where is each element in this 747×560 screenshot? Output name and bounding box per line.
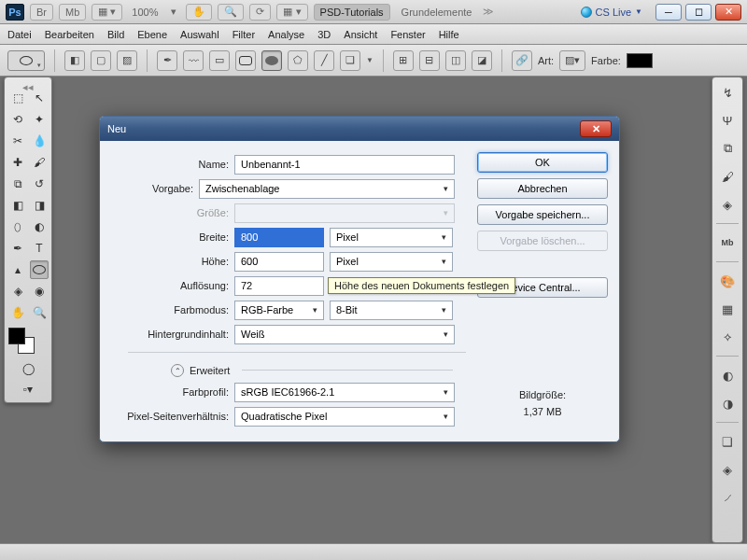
menu-ebene[interactable]: Ebene — [137, 29, 167, 40]
view-rotate-button[interactable]: ⟳ — [249, 4, 271, 21]
color-swatch[interactable] — [627, 53, 653, 68]
dialog-title-bar[interactable]: Neu ✕ — [100, 117, 619, 141]
farbmodus-combo[interactable]: RGB-Farbe — [234, 301, 324, 320]
menu-3d[interactable]: 3D — [317, 29, 331, 40]
style-picker[interactable]: ▨▾ — [559, 50, 585, 71]
window-close[interactable]: ✕ — [715, 4, 741, 21]
tool-eraser[interactable]: ◧ — [8, 196, 27, 215]
tool-hand[interactable]: ✋ — [8, 303, 27, 322]
panel-minibridge[interactable]: Mb — [716, 231, 739, 254]
tool-move[interactable]: ↖ — [30, 89, 49, 107]
farbtiefe-combo[interactable]: 8-Bit — [330, 301, 453, 320]
panel-color[interactable]: 🎨 — [716, 270, 739, 292]
minibridge-button[interactable]: Mb — [59, 4, 86, 21]
tool-preset-picker[interactable] — [7, 50, 45, 71]
arrange-button[interactable]: ▦ ▾ — [276, 4, 307, 21]
tool-dodge[interactable]: ◐ — [30, 217, 49, 236]
tool-shape-ellipse[interactable] — [30, 260, 49, 279]
shape-rect[interactable]: ▭ — [209, 50, 230, 71]
panel-clone[interactable]: ⧉ — [716, 137, 739, 160]
view-zoom-button[interactable]: 🔍 — [218, 4, 244, 21]
ok-button[interactable]: OK — [477, 152, 608, 173]
workspace-more[interactable]: ≫ — [483, 6, 494, 18]
hintergrund-combo[interactable]: Weiß — [234, 325, 455, 344]
style-link[interactable]: 🔗 — [512, 50, 532, 71]
tool-eyedropper[interactable]: 💧 — [30, 132, 49, 150]
shape-layers-mode[interactable]: ◧ — [64, 50, 85, 71]
breite-input[interactable] — [234, 228, 324, 247]
tool-3d[interactable]: ◈ — [8, 282, 27, 301]
panel-swatches[interactable]: ▦ — [716, 298, 739, 320]
panel-3d[interactable]: ◈ — [716, 193, 739, 216]
tool-type[interactable]: T — [30, 239, 49, 258]
tool-marquee[interactable]: ⬚ — [8, 89, 27, 107]
paths-mode[interactable]: ▢ — [91, 50, 111, 71]
shape-polygon[interactable]: ⬠ — [288, 50, 308, 71]
hoehe-input[interactable] — [234, 252, 324, 272]
tool-gradient[interactable]: ◨ — [30, 196, 49, 215]
menu-filter[interactable]: Filter — [233, 29, 255, 40]
tool-path-select[interactable]: ▴ — [8, 260, 27, 279]
screen-mode-toggle[interactable]: ▫▾ — [19, 380, 37, 399]
bridge-button[interactable]: Br — [30, 4, 53, 21]
window-maximize[interactable]: ◻ — [685, 4, 712, 21]
menu-auswahl[interactable]: Auswahl — [180, 29, 219, 40]
color-swatches[interactable] — [8, 328, 40, 356]
shape-custom[interactable]: ❏ — [340, 50, 360, 71]
path-intersect[interactable]: ◫ — [445, 50, 466, 71]
tool-brush[interactable]: 🖌 — [30, 153, 49, 172]
panel-brush-presets[interactable]: 🖌 — [716, 165, 739, 188]
shape-options-dropdown[interactable]: ▼ — [366, 56, 374, 64]
screen-mode-button[interactable]: ▦ ▾ — [92, 4, 122, 21]
cs-live-button[interactable]: CS Live ▼ — [581, 7, 642, 18]
window-minimize[interactable]: ─ — [655, 4, 682, 21]
tool-wand[interactable]: ✦ — [30, 110, 49, 129]
menu-bearbeiten[interactable]: Bearbeiten — [45, 29, 94, 40]
shape-ellipse[interactable] — [261, 50, 282, 71]
panel-channels[interactable]: ◈ — [716, 458, 739, 481]
vorgabe-speichern-button[interactable]: Vorgabe speichern... — [477, 204, 608, 225]
zoom-level[interactable]: 100% — [128, 7, 162, 18]
tool-pen[interactable]: ✒ — [8, 239, 27, 258]
menu-analyse[interactable]: Analyse — [268, 29, 304, 40]
panel-masks[interactable]: ◑ — [716, 392, 739, 414]
pixelsv-combo[interactable]: Quadratische Pixel — [234, 407, 455, 427]
shape-line[interactable]: ╱ — [314, 50, 334, 71]
farbprofil-combo[interactable]: sRGB IEC61966-2.1 — [234, 383, 455, 402]
menu-bild[interactable]: Bild — [107, 29, 124, 40]
abbrechen-button[interactable]: Abbrechen — [477, 178, 608, 199]
quick-mask[interactable]: ◯ — [19, 359, 37, 378]
menu-ansicht[interactable]: Ansicht — [344, 29, 377, 40]
hoehe-unit-combo[interactable]: Pixel — [330, 252, 453, 272]
view-hand-button[interactable]: ✋ — [186, 4, 212, 21]
tool-stamp[interactable]: ⧉ — [8, 175, 27, 193]
workspace-grundelemente[interactable]: Grundelemente — [396, 4, 478, 21]
tool-heal[interactable]: ✚ — [8, 153, 27, 172]
foreground-swatch[interactable] — [8, 328, 25, 344]
pen-option[interactable]: ✒ — [157, 50, 177, 71]
panel-layers[interactable]: ❏ — [716, 430, 739, 453]
dialog-close-button[interactable]: ✕ — [580, 120, 612, 137]
workspace-psdtutorials[interactable]: PSD-Tutorials — [314, 4, 390, 21]
panel-paths[interactable]: ⟋ — [716, 486, 739, 509]
panel-character[interactable]: ↯ — [716, 81, 739, 104]
panel-adjustments[interactable]: ◐ — [716, 364, 739, 386]
tool-crop[interactable]: ✂ — [8, 132, 27, 150]
menu-datei[interactable]: Datei — [7, 29, 32, 40]
name-input[interactable] — [234, 155, 455, 175]
tool-blur[interactable]: ⬯ — [8, 217, 27, 236]
breite-unit-combo[interactable]: Pixel — [330, 228, 453, 247]
tools-collapse[interactable]: ◂◂ — [8, 81, 48, 89]
vorgabe-combo[interactable]: Zwischenablage — [199, 179, 455, 199]
panel-brushes[interactable]: Ψ — [716, 109, 739, 132]
panel-styles[interactable]: ⟡ — [716, 326, 739, 348]
tool-zoom[interactable]: 🔍 — [30, 303, 49, 322]
shape-roundrect[interactable] — [235, 50, 256, 71]
menu-fenster[interactable]: Fenster — [390, 29, 425, 40]
fill-pixels-mode[interactable]: ▨ — [117, 50, 137, 71]
tool-history-brush[interactable]: ↺ — [30, 175, 49, 193]
path-subtract[interactable]: ⊟ — [419, 50, 440, 71]
path-add[interactable]: ⊞ — [393, 50, 414, 71]
menu-hilfe[interactable]: Hilfe — [439, 29, 459, 40]
aufloesung-input[interactable] — [234, 276, 324, 296]
